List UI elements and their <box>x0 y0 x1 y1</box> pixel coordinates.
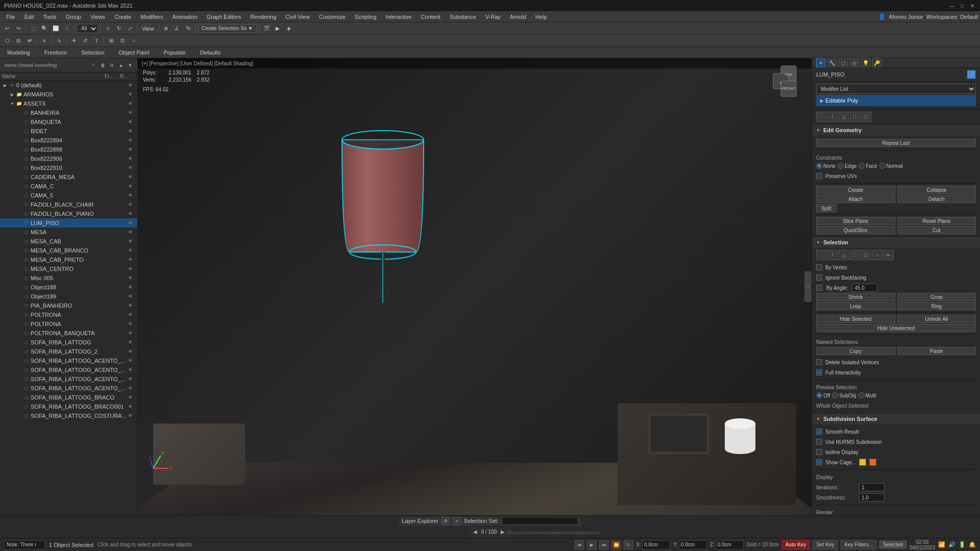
menu-scripting[interactable]: Scripting <box>351 13 381 21</box>
tree-expand-icon[interactable] <box>16 257 22 263</box>
layer-manager-button[interactable]: ≡ <box>39 36 50 45</box>
scale-button[interactable]: ⤢ <box>125 24 135 33</box>
tree-expand-icon[interactable] <box>16 220 22 226</box>
visibility-icon[interactable]: 👁 <box>128 276 135 281</box>
layer-up-button[interactable]: ▲ <box>117 61 125 69</box>
tree-item-cama_c[interactable]: ⬡CAMA_C👁 <box>0 182 137 191</box>
menu-substance[interactable]: Substance <box>446 13 480 21</box>
visibility-icon[interactable]: 👁 <box>128 257 135 262</box>
visibility-icon[interactable]: 👁 <box>128 358 135 363</box>
render-button[interactable]: ▶ <box>273 24 283 33</box>
tree-expand-icon[interactable] <box>16 339 22 345</box>
maximize-button[interactable]: □ <box>959 2 966 9</box>
angle-snap-button[interactable]: ∠ <box>172 24 182 33</box>
tree-item-object188[interactable]: ⬡Object188👁 <box>0 283 137 292</box>
menu-interactive[interactable]: Interactive <box>382 13 416 21</box>
tree-item-cama_5[interactable]: ⬡CAMA_5👁 <box>0 191 137 200</box>
split-button[interactable]: Split <box>816 204 837 212</box>
preserve-uvs-checkbox[interactable] <box>816 173 822 179</box>
paste-button[interactable]: Paste <box>897 347 976 355</box>
2d-snap-button[interactable]: ⊡ <box>117 36 128 45</box>
transport-prev-button[interactable]: ⏮ <box>575 540 584 549</box>
menu-animation[interactable]: Animation <box>168 13 202 21</box>
tree-item-sofa_riba_lattoog_braco001[interactable]: ⬡SOFA_RIBA_LATTOOG_BRACO001👁 <box>0 402 137 411</box>
reset-plane-button[interactable]: Reset Plane <box>897 217 976 225</box>
close-button[interactable]: ✕ <box>969 2 976 9</box>
tree-item-sofa_riba_lattoog_acento_001[interactable]: ⬡SOFA_RIBA_LATTOOG_ACENTO_001👁 <box>0 356 137 365</box>
visibility-icon[interactable]: 👁 <box>128 266 135 271</box>
tree-item-banqueta[interactable]: ⬡BANQUETA👁 <box>0 117 137 127</box>
hide-unselected-button[interactable]: Hide Unselected <box>816 324 976 332</box>
tree-item-mesa[interactable]: ⬡MESA👁 <box>0 228 137 237</box>
constraints-normal-radio[interactable] <box>879 163 886 169</box>
undo-button[interactable]: ↩ <box>2 24 12 33</box>
by-vertex-checkbox[interactable] <box>816 264 822 270</box>
slice-plane-button[interactable]: Slice Plane <box>816 217 895 225</box>
unhide-all-button[interactable]: Unhide All <box>897 315 976 323</box>
loop-button[interactable]: Loop <box>816 302 895 310</box>
auto-key-button[interactable]: Auto Key <box>782 540 810 549</box>
copy-button[interactable]: Copy <box>816 347 895 355</box>
tree-item-sofa_riba_lattoog[interactable]: ⬡SOFA_RIBA_LATTOOG👁 <box>0 338 137 347</box>
selection-header[interactable]: ▼ Selection <box>812 237 980 248</box>
set-key-button[interactable]: Set Key <box>813 540 838 549</box>
tree-item-fazioli_black_piano[interactable]: ⬡FAZIOLI_BLACK_PIANO👁 <box>0 209 137 218</box>
repeat-last-button[interactable]: Repeat Last <box>816 139 976 147</box>
tree-expand-icon[interactable] <box>16 110 22 116</box>
transport-loop-button[interactable]: ↻ <box>624 540 633 549</box>
sel-edge-button[interactable]: / <box>827 250 838 260</box>
tree-expand-icon[interactable] <box>16 229 22 235</box>
tree-item-poltrona[interactable]: ⬡POLTRONA👁 <box>0 319 137 329</box>
tree-expand-icon[interactable] <box>16 137 22 143</box>
menu-help[interactable]: Help <box>531 13 551 21</box>
layer-explorer-list-button[interactable]: ≡ <box>453 517 461 525</box>
visibility-icon[interactable]: 👁 <box>128 101 135 106</box>
modify-panel-button[interactable]: 🔧 <box>827 58 837 67</box>
tree-item-cadeira_mesa[interactable]: ⬡CADEIRA_MESA👁 <box>0 172 137 182</box>
select-move-button[interactable]: ✛ <box>69 36 79 45</box>
layer-explorer-settings-button[interactable]: ⚙ <box>442 517 450 525</box>
material-editor-button[interactable]: ◈ <box>284 24 294 33</box>
by-angle-input[interactable] <box>852 284 877 292</box>
create-selection-set-button[interactable]: Create Selection Se ▼ <box>198 24 257 33</box>
tree-expand-icon[interactable] <box>16 247 22 254</box>
z-input[interactable] <box>716 540 744 549</box>
layer-new-button[interactable]: + <box>89 61 97 69</box>
tree-item-mesa_cab_preto[interactable]: ⬡MESA_CAB_PRETO👁 <box>0 255 137 264</box>
menu-file[interactable]: File <box>2 13 19 21</box>
attach-button[interactable]: Attach <box>816 195 895 203</box>
visibility-icon[interactable]: 👁 <box>128 377 135 382</box>
tree-item-misc_005[interactable]: ⬡Misc 005👁 <box>0 273 137 283</box>
tree-expand-icon[interactable] <box>16 413 22 419</box>
spinner-snap-button[interactable]: ○ <box>129 36 139 45</box>
layer-down-button[interactable]: ▼ <box>126 61 134 69</box>
note-input[interactable] <box>4 540 45 549</box>
minimize-button[interactable]: — <box>948 2 955 9</box>
tree-expand-icon[interactable] <box>16 128 22 134</box>
visibility-icon[interactable]: 👁 <box>128 119 135 124</box>
tree-expand-icon[interactable] <box>16 293 22 299</box>
tree-item-sofa_riba_lattoog_2[interactable]: ⬡SOFA_RIBA_LATTOOG_2👁 <box>0 347 137 356</box>
visibility-icon[interactable]: 👁 <box>128 220 135 226</box>
border-mode-button[interactable]: △ <box>839 112 849 122</box>
render-setup-button[interactable]: 🎬 <box>261 24 272 33</box>
collapse-button[interactable]: Collapse <box>897 186 976 194</box>
visibility-icon[interactable]: 👁 <box>128 239 135 244</box>
visibility-icon[interactable]: 👁 <box>128 312 135 317</box>
sel-soft-button[interactable]: ○ <box>872 250 883 260</box>
visibility-icon[interactable]: 👁 <box>128 129 135 134</box>
constraints-none-radio[interactable] <box>816 163 822 169</box>
visibility-icon[interactable]: 👁 <box>128 294 135 299</box>
detach-button[interactable]: Detach <box>897 195 976 203</box>
align-button[interactable]: ⊟ <box>13 36 23 45</box>
tree-item-mesa_cab_branco[interactable]: ⬡MESA_CAB_BRANCO👁 <box>0 246 137 255</box>
move-to-view-button[interactable]: ⬡ <box>2 36 12 45</box>
mode-populate[interactable]: Populate <box>160 48 188 57</box>
mode-selection[interactable]: Selection <box>78 48 107 57</box>
editable-poly-modifier[interactable]: ▶ Editable Poly <box>816 95 976 106</box>
create-button[interactable]: Create <box>816 186 895 194</box>
tree-expand-icon[interactable] <box>16 358 22 364</box>
visibility-icon[interactable]: 👁 <box>128 367 135 372</box>
delete-isolated-checkbox[interactable] <box>816 359 822 365</box>
tree-item-box8222898[interactable]: ⬡Box8222898👁 <box>0 145 137 154</box>
